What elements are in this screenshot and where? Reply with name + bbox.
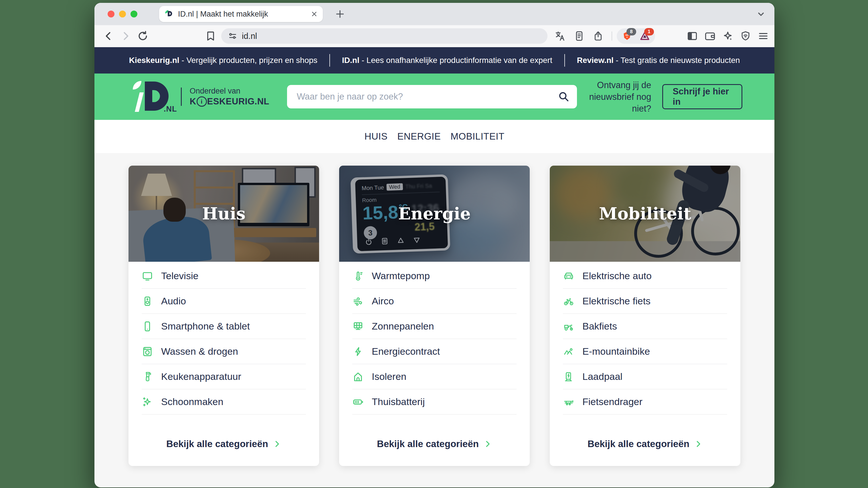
close-tab-icon[interactable] <box>310 10 318 18</box>
list-item-keukenapparatuur[interactable]: Keukenapparatuur <box>142 364 306 389</box>
reviewnl-link[interactable]: Review.nl - Test gratis de nieuwste prod… <box>577 56 740 65</box>
partner-block[interactable]: Onderdeel van KiESKEURIG.NL <box>190 87 269 107</box>
kieskeurig-link[interactable]: Kieskeurig.nl - Vergelijk producten, pri… <box>129 56 317 65</box>
search-icon[interactable] <box>557 90 570 103</box>
list-item-thuisbatterij[interactable]: Thuisbatterij <box>352 389 517 415</box>
list-item-wassen-drogen[interactable]: Wassen & drogen <box>142 339 306 364</box>
kieskeurig-brand: Kieskeurig.nl <box>129 56 180 65</box>
tv-icon <box>142 270 153 282</box>
chevron-right-icon <box>694 440 703 448</box>
category-label: Smartphone & tablet <box>161 321 250 332</box>
mountains-icon <box>563 346 575 357</box>
category-cards: Huis Televisie Audio Smartphone & tablet <box>94 153 774 455</box>
category-list: Elektrische auto Elektrische fiets Bakfi… <box>550 262 740 415</box>
car-icon <box>563 270 575 282</box>
smartphone-icon <box>142 321 153 332</box>
list-item-smartphone-tablet[interactable]: Smartphone & tablet <box>142 314 306 339</box>
address-bar[interactable]: id.nl <box>221 28 548 44</box>
category-label: Thuisbatterij <box>372 396 425 407</box>
list-item-warmtepomp[interactable]: Warmtepomp <box>352 263 517 289</box>
view-all-categories-link[interactable]: Bekijk alle categorieën <box>550 438 740 466</box>
wallet-icon[interactable] <box>704 30 716 42</box>
list-item-zonnepanelen[interactable]: Zonnepanelen <box>352 314 517 339</box>
energie-card-image[interactable]: Mon Tue Wed Thu Fri Sa Room 15,8 °C 12:3… <box>339 166 530 262</box>
newsletter-line1: Ontvang jij de <box>577 79 651 91</box>
circled-i-icon: i <box>196 96 207 107</box>
category-label: Schoonmaken <box>161 396 223 407</box>
vpn-shield-icon[interactable] <box>740 30 751 42</box>
view-all-categories-link[interactable]: Bekijk alle categorieën <box>128 438 319 466</box>
nav-energie[interactable]: ENERGIE <box>397 131 441 142</box>
list-item-elektrische-fiets[interactable]: Elektrische fiets <box>563 289 727 314</box>
brave-shields-icon[interactable]: 8 <box>621 30 633 42</box>
category-label: Energiecontract <box>372 346 440 357</box>
list-item-bakfiets[interactable]: Bakfiets <box>563 314 727 339</box>
extensions-group: 8 1 <box>617 28 655 44</box>
close-window-button[interactable] <box>107 10 115 18</box>
share-icon[interactable] <box>592 30 604 42</box>
category-label: Audio <box>161 295 186 307</box>
shields-badge: 8 <box>626 28 636 35</box>
list-item-schoonmaken[interactable]: Schoonmaken <box>142 389 306 415</box>
category-label: Elektrische fiets <box>582 295 651 307</box>
search-box <box>287 85 577 108</box>
main-nav: HUIS ENERGIE MOBILITEIT <box>94 120 774 153</box>
menu-hamburger-icon[interactable] <box>757 30 769 42</box>
category-label: Wassen & drogen <box>161 346 238 357</box>
category-label: Televisie <box>161 270 198 282</box>
tab-search-chevron-icon[interactable] <box>755 8 766 20</box>
forward-icon[interactable] <box>119 30 132 42</box>
id-nl-logo[interactable]: .NL <box>132 80 175 113</box>
bookmark-icon[interactable] <box>205 30 217 42</box>
reader-mode-icon[interactable] <box>573 30 585 42</box>
newsletter-line2: nieuwsbrief nog niet? <box>577 91 651 115</box>
reload-icon[interactable] <box>136 30 149 42</box>
card-mobiliteit: Mobiliteit Elektrische auto Elektrische … <box>550 166 740 466</box>
category-label: Fietsendrager <box>582 396 643 407</box>
nav-huis[interactable]: HUIS <box>364 131 388 142</box>
newsletter-signup-button[interactable]: Schrijf je hier in <box>662 84 742 109</box>
view-all-label: Bekijk alle categorieën <box>588 438 689 449</box>
newsletter-text: Ontvang jij de nieuwsbrief nog niet? <box>577 79 651 115</box>
minimize-window-button[interactable] <box>119 10 126 18</box>
category-label: E-mountainbike <box>582 346 650 357</box>
category-label: Laadpaal <box>582 371 622 382</box>
zoom-window-button[interactable] <box>130 10 137 18</box>
list-item-e-mountainbike[interactable]: E-mountainbike <box>563 339 727 364</box>
leo-ai-sparkle-icon[interactable] <box>722 30 734 42</box>
e-bike-icon <box>563 295 575 307</box>
list-item-elektrische-auto[interactable]: Elektrische auto <box>563 263 727 289</box>
category-label: Airco <box>372 295 394 307</box>
list-item-airco[interactable]: Airco <box>352 289 517 314</box>
back-icon[interactable] <box>102 30 115 42</box>
new-tab-button[interactable] <box>334 8 346 20</box>
wind-icon <box>352 295 364 307</box>
huis-card-image[interactable]: Huis <box>128 166 319 262</box>
sidebar-toggle-icon[interactable] <box>686 30 698 42</box>
mobiliteit-card-image[interactable]: Mobiliteit <box>550 166 740 262</box>
list-item-fietsendrager[interactable]: Fietsendrager <box>563 389 727 415</box>
idnl-link[interactable]: ID.nl - Lees onafhankelijke productinfor… <box>342 56 552 65</box>
category-label: Zonnepanelen <box>372 321 434 332</box>
nav-mobiliteit[interactable]: MOBILITEIT <box>451 131 504 142</box>
sites-bar-divider <box>330 54 330 67</box>
kieskeurig-tagline: - Vergelijk producten, prijzen en shops <box>180 56 318 65</box>
list-item-audio[interactable]: Audio <box>142 289 306 314</box>
site-header: .NL Onderdeel van KiESKEURIG.NL Ontvang … <box>94 73 774 120</box>
list-item-energiecontract[interactable]: Energiecontract <box>352 339 517 364</box>
list-item-isoleren[interactable]: Isoleren <box>352 364 517 389</box>
view-all-categories-link[interactable]: Bekijk alle categorieën <box>339 438 530 466</box>
search-input[interactable] <box>287 85 577 108</box>
site-settings-tune-icon[interactable] <box>227 31 238 41</box>
card-energie: Mon Tue Wed Thu Fri Sa Room 15,8 °C 12:3… <box>339 166 530 466</box>
idnl-brand: ID.nl <box>342 56 360 65</box>
browser-tab[interactable]: ID.nl | Maakt het makkelijk <box>159 6 323 22</box>
list-item-televisie[interactable]: Televisie <box>142 263 306 289</box>
extension-triangle-icon[interactable]: 1 <box>639 30 651 42</box>
card-title: Huis <box>128 166 319 262</box>
translate-icon[interactable] <box>554 30 566 42</box>
list-item-laadpaal[interactable]: Laadpaal <box>563 364 727 389</box>
partner-k: K <box>190 96 196 107</box>
idnl-tagline: - Lees onafhankelijke productinformatie … <box>360 56 552 65</box>
tab-title: ID.nl | Maakt het makkelijk <box>178 10 310 19</box>
